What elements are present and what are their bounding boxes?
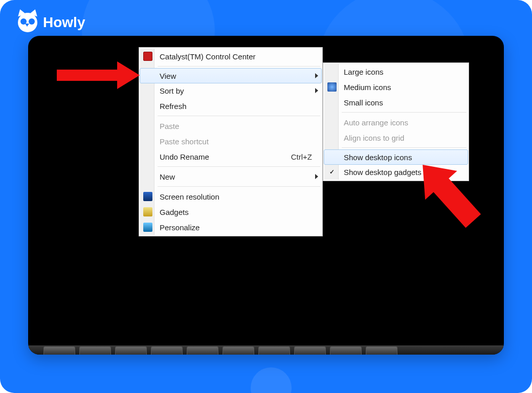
menu-item-label: Large icons <box>344 68 384 76</box>
menu-item-gadgets[interactable]: Gadgets <box>140 204 321 220</box>
menu-item-label: Sort by <box>160 86 184 95</box>
menu-item-label: Undo Rename <box>160 152 209 161</box>
submenu-arrow-icon <box>315 88 318 93</box>
menu-item-paste: Paste <box>140 118 321 134</box>
submenu-item-medium-icons[interactable]: Medium icons <box>324 79 468 95</box>
taskbar-item[interactable] <box>43 346 75 355</box>
taskbar-item[interactable] <box>366 346 397 355</box>
menu-item-new[interactable]: New <box>140 169 321 184</box>
menu-item-sort-by[interactable]: Sort by <box>140 83 321 98</box>
screen-resolution-icon <box>143 192 152 201</box>
taskbar-item[interactable] <box>258 346 290 355</box>
submenu-arrow-icon <box>315 174 318 179</box>
taskbar-item[interactable] <box>187 346 218 355</box>
menu-item-label: Personalize <box>160 223 199 232</box>
menu-item-label: Screen resolution <box>160 192 219 201</box>
radio-selected-icon <box>327 82 337 92</box>
submenu-item-large-icons[interactable]: Large icons <box>324 64 468 79</box>
menu-item-label: New <box>160 172 175 181</box>
menu-item-label: Paste shortcut <box>160 137 209 146</box>
menu-item-label: Catalyst(TM) Control Center <box>160 52 256 61</box>
checkmark-icon: ✓ <box>327 167 337 177</box>
menu-separator <box>158 66 320 67</box>
brand-name: Howly <box>43 14 85 31</box>
taskbar-item[interactable] <box>223 346 254 355</box>
menu-item-label: Show desktop icons <box>344 153 412 162</box>
submenu-item-auto-arrange-icons: Auto arrange icons <box>324 115 468 130</box>
menu-item-label: Align icons to grid <box>344 134 404 142</box>
page-frame: Howly Catalyst(TM) Control Center View S… <box>0 0 532 393</box>
menu-item-refresh[interactable]: Refresh <box>140 98 321 114</box>
taskbar-item[interactable] <box>115 346 147 355</box>
submenu-item-small-icons[interactable]: Small icons <box>324 95 468 110</box>
annotation-arrow <box>57 63 144 87</box>
menu-item-undo-rename[interactable]: Undo Rename Ctrl+Z <box>140 149 321 164</box>
menu-separator <box>158 186 320 187</box>
menu-item-catalyst-control-center[interactable]: Catalyst(TM) Control Center <box>140 49 321 64</box>
brand-logo: Howly <box>17 12 85 33</box>
ati-icon <box>143 52 152 61</box>
gadgets-icon <box>143 207 152 216</box>
desktop-context-menu: Catalyst(TM) Control Center View Sort by… <box>139 47 323 236</box>
taskbar[interactable] <box>28 345 504 355</box>
menu-item-label: Gadgets <box>160 208 189 216</box>
menu-item-view[interactable]: View <box>140 68 322 83</box>
personalize-icon <box>143 223 152 232</box>
menu-separator <box>342 112 467 113</box>
menu-item-label: Refresh <box>160 102 187 111</box>
menu-item-label: Small icons <box>344 98 383 107</box>
menu-item-label: Show desktop gadgets <box>344 168 422 177</box>
taskbar-item[interactable] <box>294 346 326 355</box>
menu-separator <box>158 116 320 116</box>
submenu-arrow-icon <box>315 73 318 78</box>
taskbar-item[interactable] <box>151 346 183 355</box>
taskbar-item[interactable] <box>79 346 111 355</box>
menu-item-label: Auto arrange icons <box>344 118 408 127</box>
taskbar-item[interactable] <box>330 346 362 355</box>
menu-item-shortcut: Ctrl+Z <box>271 152 312 161</box>
menu-item-label: Paste <box>160 122 179 130</box>
desktop-screenshot: Catalyst(TM) Control Center View Sort by… <box>28 36 504 355</box>
menu-item-label: View <box>160 72 176 80</box>
owl-icon <box>17 12 38 33</box>
menu-item-personalize[interactable]: Personalize <box>140 220 321 235</box>
menu-item-paste-shortcut: Paste shortcut <box>140 134 321 149</box>
menu-item-screen-resolution[interactable]: Screen resolution <box>140 189 321 204</box>
menu-item-label: Medium icons <box>344 83 391 92</box>
menu-separator <box>158 166 320 167</box>
decorative-circle <box>251 367 292 393</box>
